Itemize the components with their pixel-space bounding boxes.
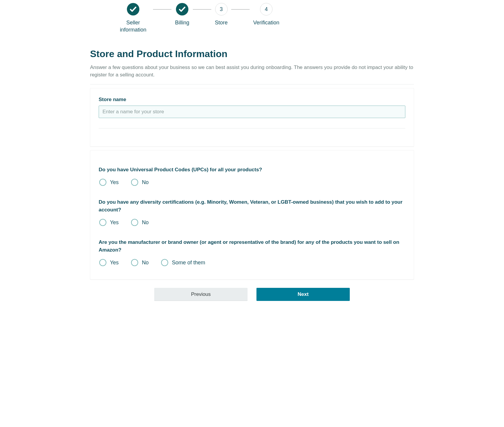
radio-icon	[161, 259, 168, 266]
radio-icon	[131, 259, 138, 266]
step-number: 3	[215, 3, 228, 15]
radio-icon	[131, 219, 138, 226]
step-connector	[193, 9, 211, 10]
radio-label: Yes	[110, 179, 119, 186]
store-name-input[interactable]	[99, 106, 405, 118]
radio-label: No	[142, 179, 149, 186]
radio-icon	[99, 259, 106, 266]
questions-card: Do you have Universal Product Codes (UPC…	[90, 150, 414, 280]
radio-diversity-no[interactable]: No	[131, 219, 149, 226]
step-seller-information: Seller information	[117, 3, 149, 34]
step-store: 3 Store	[215, 3, 228, 26]
radio-manufacturer-no[interactable]: No	[131, 259, 149, 266]
radio-label: Yes	[110, 219, 119, 226]
radio-label: Yes	[110, 260, 119, 266]
radio-icon	[99, 179, 106, 186]
radio-label: Some of them	[172, 260, 205, 266]
page-description: Answer a few questions about your busine…	[90, 64, 414, 79]
step-verification: 4 Verification	[253, 3, 279, 26]
store-name-label: Store name	[99, 97, 405, 103]
radio-diversity-yes[interactable]: Yes	[99, 219, 119, 226]
checkmark-icon	[127, 3, 139, 15]
step-billing: Billing	[175, 3, 189, 26]
progress-stepper: Seller information Billing 3 Store 4 Ver…	[117, 3, 414, 34]
radio-label: No	[142, 219, 149, 226]
question-manufacturer: Are you the manufacturer or brand owner …	[99, 238, 405, 266]
store-name-card: Store name	[90, 88, 414, 147]
step-label: Billing	[175, 19, 189, 26]
button-row: Previous Next	[90, 288, 414, 301]
previous-button[interactable]: Previous	[154, 288, 248, 301]
step-connector	[153, 9, 171, 10]
radio-upc-yes[interactable]: Yes	[99, 179, 119, 186]
radio-upc-no[interactable]: No	[131, 179, 149, 186]
question-diversity: Do you have any diversity certifications…	[99, 198, 405, 226]
question-upc: Do you have Universal Product Codes (UPC…	[99, 166, 405, 186]
question-label: Do you have any diversity certifications…	[99, 198, 405, 214]
question-label: Do you have Universal Product Codes (UPC…	[99, 166, 405, 174]
step-connector	[231, 9, 250, 10]
checkmark-icon	[176, 3, 188, 15]
radio-manufacturer-yes[interactable]: Yes	[99, 259, 119, 266]
radio-icon	[99, 219, 106, 226]
radio-label: No	[142, 260, 149, 266]
radio-icon	[131, 179, 138, 186]
step-label: Verification	[253, 19, 279, 26]
radio-manufacturer-some[interactable]: Some of them	[161, 259, 205, 266]
question-label: Are you the manufacturer or brand owner …	[99, 238, 405, 254]
next-button[interactable]: Next	[256, 288, 350, 301]
page-title: Store and Product Information	[90, 48, 414, 59]
step-number: 4	[260, 3, 273, 15]
step-label: Store	[215, 19, 228, 26]
step-label: Seller information	[117, 19, 149, 34]
